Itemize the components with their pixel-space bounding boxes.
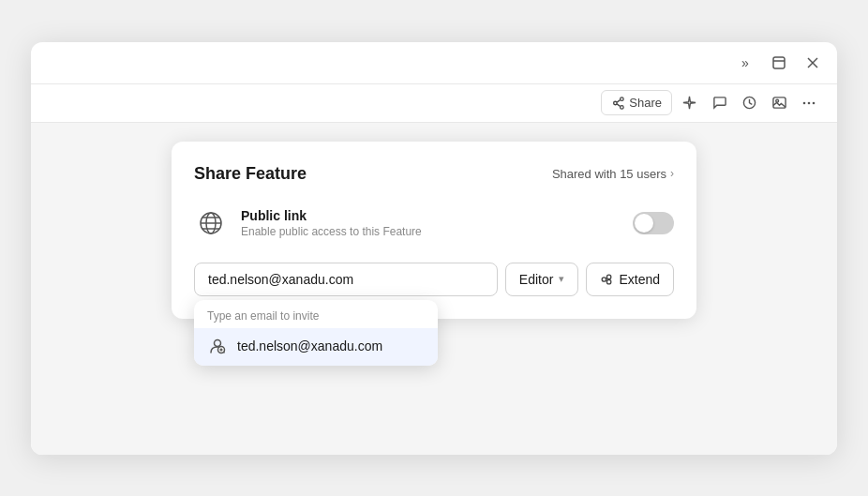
toggle-knob	[635, 214, 653, 233]
autocomplete-item[interactable]: ted.nelson@xanadu.com	[194, 328, 438, 366]
svg-point-13	[775, 99, 778, 102]
svg-point-27	[607, 275, 611, 278]
public-link-info: Public link Enable public access to this…	[241, 208, 620, 238]
clock-icon[interactable]	[736, 90, 762, 116]
share-modal: Share Feature Shared with 15 users ›	[172, 142, 696, 319]
title-bar: »	[31, 42, 837, 84]
svg-point-4	[614, 101, 618, 105]
svg-line-30	[606, 279, 607, 280]
svg-line-8	[617, 103, 621, 106]
fullscreen-icon[interactable]	[766, 50, 792, 76]
autocomplete-email: ted.nelson@xanadu.com	[237, 338, 382, 353]
public-link-title: Public link	[241, 208, 620, 223]
svg-line-29	[606, 278, 607, 278]
svg-point-5	[621, 97, 624, 100]
extend-icon	[600, 273, 613, 286]
comment-icon[interactable]	[706, 90, 732, 116]
svg-rect-0	[773, 57, 785, 68]
svg-point-26	[603, 277, 606, 280]
toolbar: Share	[31, 84, 837, 123]
modal-title: Share Feature	[194, 164, 307, 184]
user-suggestion-icon	[207, 336, 228, 356]
shared-users-text: Shared with 15 users	[552, 167, 666, 181]
svg-point-15	[808, 101, 811, 104]
invite-row: Type an email to invite	[194, 263, 674, 296]
main-content: Share Feature Shared with 15 users ›	[31, 123, 837, 455]
public-link-toggle[interactable]	[633, 212, 674, 234]
autocomplete-dropdown: Type an email to invite	[194, 300, 438, 366]
share-button[interactable]: Share	[601, 90, 672, 115]
role-dropdown[interactable]: Editor ▾	[505, 263, 579, 296]
svg-point-16	[813, 101, 816, 104]
public-link-description: Enable public access to this Feature	[241, 225, 620, 238]
svg-line-11	[749, 103, 752, 104]
globe-icon	[194, 206, 228, 240]
more-options-icon[interactable]	[796, 90, 822, 116]
email-input-wrapper: Type an email to invite	[194, 263, 498, 296]
email-input[interactable]	[194, 263, 498, 296]
modal-header: Share Feature Shared with 15 users ›	[194, 164, 674, 184]
role-label: Editor	[519, 272, 554, 287]
extend-label: Extend	[619, 272, 660, 287]
app-window: » Share	[31, 42, 837, 455]
share-icon	[611, 97, 624, 110]
public-link-row: Public link Enable public access to this…	[194, 203, 674, 244]
expand-icon[interactable]: »	[732, 50, 758, 76]
close-icon[interactable]	[800, 50, 826, 76]
svg-point-28	[607, 279, 611, 283]
image-icon[interactable]	[766, 90, 792, 116]
autocomplete-hint: Type an email to invite	[194, 300, 438, 328]
dropdown-chevron-icon: ▾	[559, 273, 564, 285]
svg-line-7	[617, 99, 621, 102]
extend-button[interactable]: Extend	[586, 263, 674, 296]
svg-point-6	[621, 105, 624, 109]
sparkle-icon[interactable]	[676, 90, 702, 116]
shared-users-link[interactable]: Shared with 15 users ›	[552, 167, 674, 181]
svg-point-14	[803, 101, 806, 104]
svg-point-22	[215, 339, 221, 346]
chevron-right-icon: ›	[670, 167, 674, 180]
